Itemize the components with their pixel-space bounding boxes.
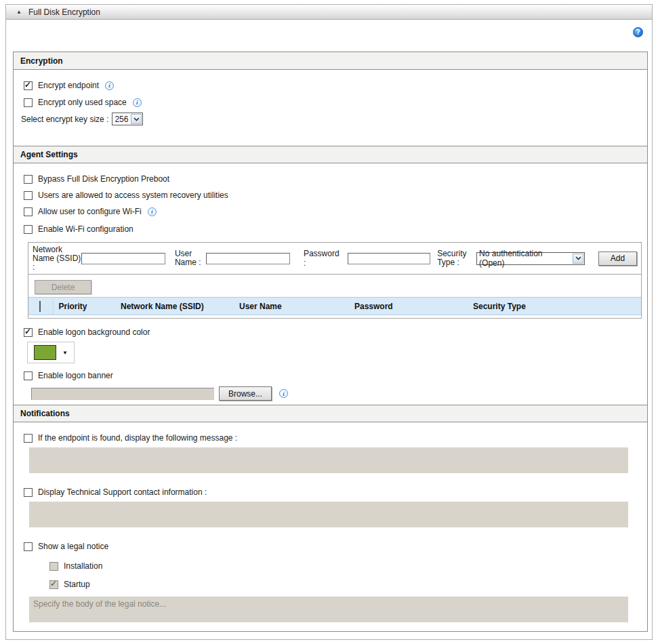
column-header-priority[interactable]: Priority bbox=[53, 298, 115, 315]
tech-support-row: Display Technical Support contact inform… bbox=[24, 487, 647, 497]
key-size-value: 256 bbox=[115, 115, 128, 124]
info-icon[interactable]: i bbox=[105, 81, 114, 90]
endpoint-found-row: If the endpoint is found, display the fo… bbox=[24, 433, 647, 443]
logon-banner-checkbox[interactable] bbox=[24, 371, 33, 380]
encrypt-endpoint-checkbox[interactable] bbox=[24, 81, 33, 90]
color-picker[interactable]: ▼ bbox=[27, 342, 75, 363]
user-name-label: User Name : bbox=[175, 249, 206, 267]
column-header-security-type[interactable]: Security Type bbox=[468, 298, 641, 315]
tech-support-checkbox[interactable] bbox=[24, 488, 33, 497]
bypass-preboot-label: Bypass Full Disk Encryption Preboot bbox=[38, 174, 169, 184]
key-size-select[interactable]: 256 bbox=[112, 113, 143, 125]
help-icon[interactable]: ? bbox=[633, 27, 643, 37]
allow-user-wifi-row: Allow user to configure Wi-Fi i bbox=[24, 207, 647, 216]
legal-installation-checkbox[interactable] bbox=[49, 562, 58, 571]
recovery-utilities-label: Users are allowed to access system recov… bbox=[38, 190, 228, 200]
legal-startup-checkbox[interactable] bbox=[49, 580, 58, 589]
help-row: ? bbox=[6, 20, 652, 37]
delete-button[interactable]: Delete bbox=[35, 280, 91, 294]
key-size-label: Select encrypt key size : bbox=[21, 115, 108, 124]
legal-startup-row: Startup bbox=[49, 580, 647, 589]
color-swatch bbox=[34, 345, 56, 360]
add-button[interactable]: Add bbox=[598, 251, 637, 266]
encryption-section-title: Encryption bbox=[20, 56, 63, 66]
tech-support-label: Display Technical Support contact inform… bbox=[38, 487, 207, 497]
security-type-value: No authentication (Open) bbox=[479, 249, 570, 268]
browse-button[interactable]: Browse... bbox=[219, 386, 272, 401]
endpoint-found-message-textarea[interactable] bbox=[29, 447, 628, 473]
chevron-down-icon bbox=[573, 254, 583, 264]
agent-settings-section-title: Agent Settings bbox=[20, 150, 78, 159]
endpoint-found-label: If the endpoint is found, display the fo… bbox=[38, 433, 237, 443]
key-size-row: Select encrypt key size : 256 bbox=[21, 113, 647, 125]
full-disk-encryption-widget: ▲ Full Disk Encryption ? Encryption Encr… bbox=[5, 4, 653, 640]
legal-notice-checkbox[interactable] bbox=[24, 542, 33, 551]
password-label: Password : bbox=[304, 249, 344, 268]
logon-background-checkbox[interactable] bbox=[24, 328, 33, 337]
column-header-password[interactable]: Password bbox=[349, 298, 468, 315]
bypass-preboot-checkbox[interactable] bbox=[24, 175, 33, 184]
logon-banner-label: Enable logon banner bbox=[38, 371, 113, 380]
security-type-label: Security Type : bbox=[437, 249, 472, 267]
dropdown-arrow-icon: ▼ bbox=[62, 350, 68, 356]
wifi-table-header-row: Priority Network Name (SSID) User Name P… bbox=[28, 298, 641, 315]
section-titlebar[interactable]: ▲ Full Disk Encryption bbox=[6, 5, 652, 20]
legal-notice-row: Show a legal notice bbox=[24, 542, 647, 551]
legal-installation-row: Installation bbox=[49, 561, 647, 571]
chevron-down-icon bbox=[131, 114, 142, 124]
recovery-utilities-checkbox[interactable] bbox=[24, 191, 33, 200]
allow-user-wifi-checkbox[interactable] bbox=[24, 207, 33, 216]
notifications-section: If the endpoint is found, display the fo… bbox=[14, 433, 647, 632]
select-all-cell bbox=[28, 298, 53, 315]
encrypt-used-space-label: Encrypt only used space bbox=[38, 98, 127, 107]
encrypt-endpoint-row: Encrypt endpoint i bbox=[24, 81, 647, 90]
logon-background-label: Enable logon background color bbox=[38, 327, 150, 337]
enable-wifi-config-row: Enable Wi-Fi configuration bbox=[24, 224, 647, 234]
info-icon[interactable]: i bbox=[133, 98, 142, 107]
legal-notice-label: Show a legal notice bbox=[38, 542, 108, 551]
banner-file-row: Browse... i bbox=[31, 386, 647, 401]
page-title: Full Disk Encryption bbox=[28, 7, 100, 17]
recovery-utilities-row: Users are allowed to access system recov… bbox=[24, 190, 647, 200]
tech-support-message-textarea[interactable] bbox=[29, 502, 628, 527]
wifi-config-box: Network Name (SSID) : User Name : Passwo… bbox=[28, 242, 642, 319]
wifi-form-row: Network Name (SSID) : User Name : Passwo… bbox=[28, 243, 641, 275]
logon-banner-row: Enable logon banner bbox=[24, 371, 647, 380]
legal-installation-label: Installation bbox=[64, 561, 102, 571]
password-input[interactable] bbox=[348, 253, 430, 264]
encrypt-endpoint-label: Encrypt endpoint bbox=[38, 81, 99, 90]
enable-wifi-config-checkbox[interactable] bbox=[24, 225, 33, 234]
settings-panel: Encryption Encrypt endpoint i Encrypt on… bbox=[13, 52, 648, 632]
agent-settings-section: Bypass Full Disk Encryption Preboot User… bbox=[14, 174, 647, 405]
encryption-section: Encrypt endpoint i Encrypt only used spa… bbox=[14, 81, 647, 146]
encrypt-used-space-checkbox[interactable] bbox=[24, 98, 33, 107]
column-header-ssid[interactable]: Network Name (SSID) bbox=[115, 298, 234, 315]
agent-settings-section-header: Agent Settings bbox=[14, 146, 647, 163]
legal-notice-body-textarea[interactable] bbox=[29, 597, 628, 622]
collapse-icon[interactable]: ▲ bbox=[16, 9, 22, 15]
encrypt-used-space-row: Encrypt only used space i bbox=[24, 98, 647, 107]
info-icon[interactable]: i bbox=[279, 389, 288, 398]
ssid-label: Network Name (SSID) : bbox=[33, 245, 81, 272]
select-all-checkbox[interactable] bbox=[39, 301, 41, 312]
encryption-section-header: Encryption bbox=[14, 52, 647, 70]
logon-background-row: Enable logon background color bbox=[24, 327, 647, 337]
info-icon[interactable]: i bbox=[148, 207, 157, 216]
user-name-input[interactable] bbox=[206, 253, 290, 264]
security-type-select[interactable]: No authentication (Open) bbox=[476, 252, 585, 265]
bypass-preboot-row: Bypass Full Disk Encryption Preboot bbox=[24, 174, 647, 184]
legal-startup-label: Startup bbox=[64, 580, 90, 589]
ssid-input[interactable] bbox=[81, 253, 165, 264]
enable-wifi-config-label: Enable Wi-Fi configuration bbox=[38, 224, 133, 234]
wifi-network-table: Priority Network Name (SSID) User Name P… bbox=[28, 297, 641, 315]
notifications-section-header: Notifications bbox=[14, 405, 647, 422]
banner-path-input[interactable] bbox=[31, 388, 214, 400]
notifications-section-title: Notifications bbox=[20, 409, 70, 418]
wifi-delete-row: Delete bbox=[28, 275, 641, 297]
endpoint-found-checkbox[interactable] bbox=[24, 434, 33, 443]
column-header-user-name[interactable]: User Name bbox=[234, 298, 349, 315]
allow-user-wifi-label: Allow user to configure Wi-Fi bbox=[38, 207, 142, 216]
